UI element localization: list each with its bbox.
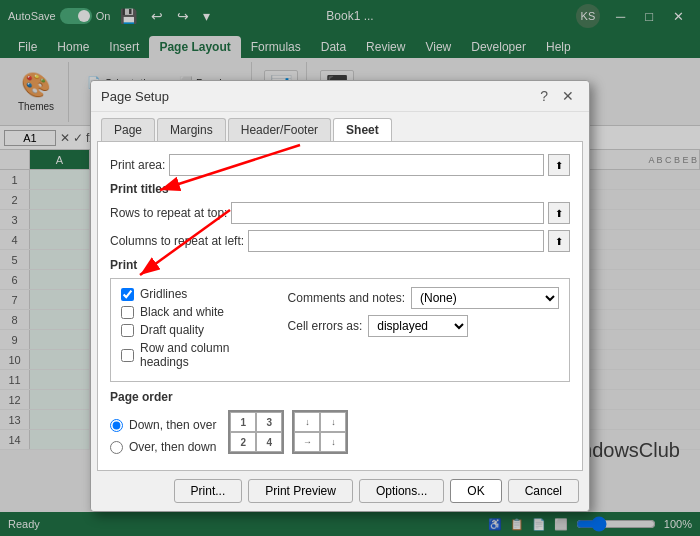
page-setup-dialog: Page Setup ? ✕ Page Margins Header/Foote… [90, 80, 590, 512]
page-order-diagram: 1 3 2 4 ↓ ↓ → ↓ [228, 410, 348, 454]
comments-label: Comments and notes: [288, 291, 405, 305]
tab-page[interactable]: Page [101, 118, 155, 141]
cols-repeat-input[interactable] [248, 230, 544, 252]
over-down-row: Over, then down [110, 440, 216, 454]
comments-select[interactable]: (None) At end of sheet As displayed on s… [411, 287, 559, 309]
gridlines-label[interactable]: Gridlines [140, 287, 187, 301]
dialog-help-button[interactable]: ? [535, 87, 553, 105]
dialog-title: Page Setup [101, 89, 169, 104]
print-section-title: Print [110, 258, 570, 272]
down-over-radio[interactable] [110, 419, 123, 432]
cell-errors-row: Cell errors as: displayed blank -- #N/A [288, 315, 559, 337]
gridlines-checkbox[interactable] [121, 288, 134, 301]
down-over-diagram: 1 3 2 4 [228, 410, 284, 454]
diagram-cell-3: 3 [256, 412, 282, 432]
print-area-label: Print area: [110, 158, 165, 172]
print-columns-layout: Gridlines Black and white Draft quality … [121, 287, 559, 373]
print-area-input[interactable] [169, 154, 544, 176]
diagram-arrow-cell-2: ↓ [320, 412, 346, 432]
cell-errors-select[interactable]: displayed blank -- #N/A [368, 315, 468, 337]
print-button[interactable]: Print... [174, 479, 243, 503]
diagram-cell-4: 4 [256, 432, 282, 452]
rows-repeat-input[interactable] [231, 202, 544, 224]
ok-button[interactable]: OK [450, 479, 501, 503]
diagram-cell-2: 2 [230, 432, 256, 452]
print-options-section: Gridlines Black and white Draft quality … [110, 278, 570, 382]
diagram-arrow-cell-4: ↓ [320, 432, 346, 452]
print-preview-button[interactable]: Print Preview [248, 479, 353, 503]
down-over-label[interactable]: Down, then over [129, 418, 216, 432]
rows-repeat-row: Rows to repeat at top: ⬆ [110, 202, 570, 224]
over-down-radio[interactable] [110, 441, 123, 454]
page-order-title: Page order [110, 390, 570, 404]
comments-row: Comments and notes: (None) At end of she… [288, 287, 559, 309]
page-order-content: Down, then over Over, then down 1 3 2 4 [110, 410, 570, 458]
tab-headerfooter[interactable]: Header/Footer [228, 118, 331, 141]
rows-repeat-label: Rows to repeat at top: [110, 206, 227, 220]
dialog-close-button[interactable]: ✕ [557, 87, 579, 105]
draft-quality-label[interactable]: Draft quality [140, 323, 204, 337]
dialog-content: Print area: ⬆ Print titles Rows to repea… [97, 141, 583, 471]
down-over-row: Down, then over [110, 418, 216, 432]
options-button[interactable]: Options... [359, 479, 444, 503]
print-left-col: Gridlines Black and white Draft quality … [121, 287, 272, 373]
dialog-controls: ? ✕ [535, 87, 579, 105]
gridlines-row: Gridlines [121, 287, 272, 301]
black-white-row: Black and white [121, 305, 272, 319]
print-titles-section: Print titles [110, 182, 570, 196]
tab-sheet[interactable]: Sheet [333, 118, 392, 141]
dialog-titlebar: Page Setup ? ✕ [91, 81, 589, 112]
diagram-cell-1: 1 [230, 412, 256, 432]
diagram-arrow-cell-1: ↓ [294, 412, 320, 432]
cols-repeat-row: Columns to repeat at left: ⬆ [110, 230, 570, 252]
page-order-radios: Down, then over Over, then down [110, 410, 216, 458]
dialog-tabs: Page Margins Header/Footer Sheet [91, 112, 589, 141]
diagram-arrow-cell-3: → [294, 432, 320, 452]
page-order-section: Page order Down, then over Over, then do… [110, 390, 570, 458]
over-diagram: ↓ ↓ → ↓ [292, 410, 348, 454]
draft-quality-row: Draft quality [121, 323, 272, 337]
print-area-row: Print area: ⬆ [110, 154, 570, 176]
print-area-browse-btn[interactable]: ⬆ [548, 154, 570, 176]
print-right-col: Comments and notes: (None) At end of she… [288, 287, 559, 373]
cols-repeat-browse-btn[interactable]: ⬆ [548, 230, 570, 252]
cancel-button[interactable]: Cancel [508, 479, 579, 503]
dialog-footer: Print... Print Preview Options... OK Can… [91, 471, 589, 511]
tab-margins[interactable]: Margins [157, 118, 226, 141]
cell-errors-label: Cell errors as: [288, 319, 363, 333]
over-down-label[interactable]: Over, then down [129, 440, 216, 454]
rows-repeat-browse-btn[interactable]: ⬆ [548, 202, 570, 224]
row-col-headings-checkbox[interactable] [121, 349, 134, 362]
draft-quality-checkbox[interactable] [121, 324, 134, 337]
black-white-checkbox[interactable] [121, 306, 134, 319]
black-white-label[interactable]: Black and white [140, 305, 224, 319]
row-col-headings-row: Row and column headings [121, 341, 272, 369]
cols-repeat-label: Columns to repeat at left: [110, 234, 244, 248]
row-col-headings-label[interactable]: Row and column headings [140, 341, 272, 369]
